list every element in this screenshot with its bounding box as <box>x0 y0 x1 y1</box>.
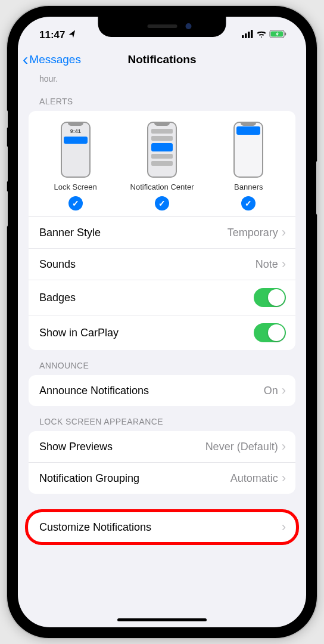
cell-detail: Note <box>256 258 278 271</box>
notification-center-preview-icon <box>147 122 177 178</box>
preview-label: Lock Screen <box>54 182 97 191</box>
cell-detail: Automatic <box>230 472 278 485</box>
screen: 11:47 <box>18 17 306 627</box>
cell-label: Badges <box>39 292 76 304</box>
cell-detail: On <box>264 385 278 397</box>
cell-label: Sounds <box>39 258 76 271</box>
device-frame: 11:47 <box>7 6 317 638</box>
home-indicator[interactable] <box>117 618 207 621</box>
cell-label: Banner Style <box>39 227 101 239</box>
status-time: 11:47 <box>39 29 65 41</box>
show-previews-cell[interactable]: Show Previews Never (Default) › <box>29 431 295 462</box>
cell-detail: Never (Default) <box>205 441 278 453</box>
announce-group: Announce Notifications On › <box>29 375 295 406</box>
section-header-lockscreen-appearance: LOCK SCREEN APPEARANCE <box>18 406 306 431</box>
customize-notifications-cell[interactable]: Customize Notifications › <box>29 512 295 543</box>
announce-notifications-cell[interactable]: Announce Notifications On › <box>29 375 295 406</box>
lockscreen-appearance-group: Show Previews Never (Default) › Notifica… <box>29 431 295 494</box>
cell-label: Show Previews <box>39 441 113 453</box>
banner-style-cell[interactable]: Banner Style Temporary › <box>29 216 295 248</box>
cell-label: Customize Notifications <box>39 521 151 534</box>
svg-rect-5 <box>285 33 286 36</box>
section-header-alerts: ALERTS <box>18 86 306 111</box>
chevron-right-icon: › <box>282 439 286 454</box>
previous-footer-text: hour. <box>18 74 306 86</box>
volume-up-button <box>5 146 8 182</box>
checkmark-icon: ✓ <box>68 196 83 210</box>
cell-label: Show in CarPlay <box>39 327 119 339</box>
sounds-cell[interactable]: Sounds Note › <box>29 248 295 280</box>
battery-icon <box>269 29 287 41</box>
back-button[interactable]: ‹ Messages <box>23 51 81 68</box>
content-scroll[interactable]: hour. ALERTS Lock Screen ✓ <box>18 74 306 620</box>
cell-detail: Temporary <box>228 227 278 239</box>
preview-banners[interactable]: Banners ✓ <box>205 122 292 210</box>
chevron-left-icon: ‹ <box>23 51 28 68</box>
alert-style-previews: Lock Screen ✓ Notification Center ✓ <box>29 111 295 216</box>
section-header-announce: ANNOUNCE <box>18 350 306 375</box>
back-label: Messages <box>29 53 81 66</box>
mute-switch <box>5 110 8 128</box>
cell-label: Announce Notifications <box>39 385 149 397</box>
wifi-icon <box>256 29 267 41</box>
location-icon <box>67 29 78 41</box>
preview-lock-screen[interactable]: Lock Screen ✓ <box>32 122 119 210</box>
chevron-right-icon: › <box>282 470 286 486</box>
chevron-right-icon: › <box>282 519 286 535</box>
preview-label: Banners <box>234 182 263 191</box>
chevron-right-icon: › <box>282 225 286 240</box>
customize-group: Customize Notifications › <box>29 512 295 543</box>
svg-rect-1 <box>245 33 247 38</box>
chevron-right-icon: › <box>282 383 286 398</box>
badges-toggle[interactable] <box>254 288 286 307</box>
notch <box>98 17 226 37</box>
alerts-group: Lock Screen ✓ Notification Center ✓ <box>29 111 295 350</box>
notification-grouping-cell[interactable]: Notification Grouping Automatic › <box>29 462 295 494</box>
badges-cell: Badges <box>29 280 295 315</box>
volume-down-button <box>5 191 8 227</box>
cellular-signal-icon <box>242 29 254 41</box>
lock-screen-preview-icon <box>61 122 91 178</box>
preview-notification-center[interactable]: Notification Center ✓ <box>119 122 205 210</box>
carplay-toggle[interactable] <box>254 323 286 342</box>
nav-bar: ‹ Messages Notifications <box>18 45 306 74</box>
show-in-carplay-cell: Show in CarPlay <box>29 315 295 350</box>
chevron-right-icon: › <box>282 256 286 272</box>
preview-label: Notification Center <box>130 182 194 191</box>
svg-rect-2 <box>248 32 250 38</box>
checkmark-icon: ✓ <box>241 196 256 210</box>
checkmark-icon: ✓ <box>155 196 169 210</box>
banners-preview-icon <box>233 122 263 178</box>
power-button <box>316 161 319 215</box>
svg-rect-0 <box>242 35 244 38</box>
svg-rect-3 <box>251 30 253 38</box>
cell-label: Notification Grouping <box>39 472 139 485</box>
